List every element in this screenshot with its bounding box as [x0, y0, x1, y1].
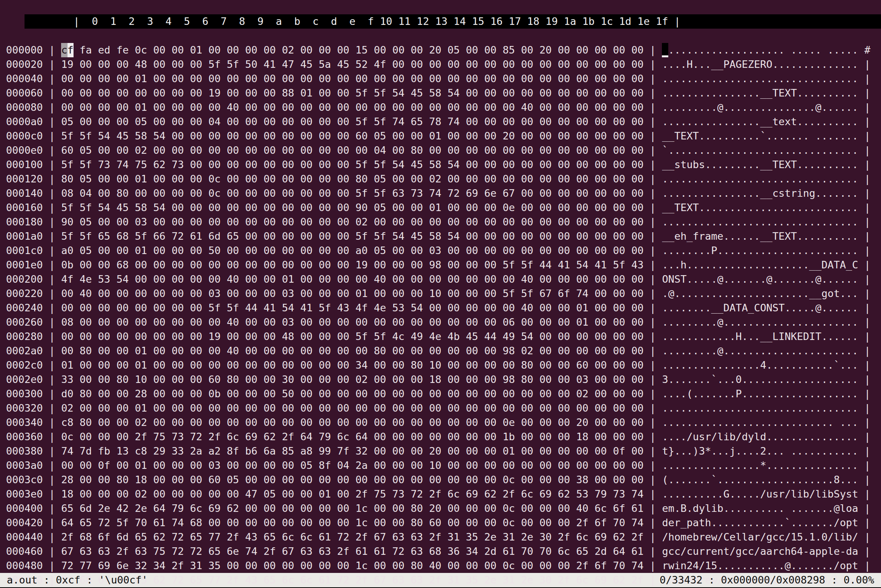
- hex-row: 000100 | 5f 5f 73 74 75 62 73 00 00 00 0…: [0, 158, 881, 172]
- hex-row: 000120 | 80 05 00 00 01 00 00 00 0c 00 0…: [0, 172, 881, 186]
- scrollbar-track: |: [864, 517, 870, 528]
- ascii-text: __stubs.........__TEXT..........: [662, 159, 858, 170]
- hex-bytes: 72 77 69 6e 32 34 2f 31 35 00 00 00 00 0…: [61, 560, 643, 571]
- hex-row: 0003a0 | 00 00 0f 00 01 00 00 00 03 00 0…: [0, 458, 881, 473]
- separator: |: [43, 445, 61, 457]
- separator: |: [43, 488, 61, 500]
- separator: |: [43, 316, 61, 328]
- hex-bytes: 00 80 00 00 01 00 00 00 00 40 00 00 00 0…: [61, 345, 643, 357]
- row-offset: 000480: [6, 560, 43, 571]
- hex-bytes: 33 00 00 80 10 00 00 00 60 80 00 00 30 0…: [61, 374, 643, 385]
- row-offset: 000360: [6, 431, 43, 443]
- ascii-text: ................4...........`...: [662, 359, 858, 371]
- separator: |: [644, 574, 662, 586]
- ascii-text: ............H...__LINKEDIT......: [662, 331, 858, 342]
- separator: |: [644, 58, 662, 70]
- hex-bytes: 01 00 00 00 01 00 00 00 00 00 00 00 00 0…: [61, 359, 643, 371]
- scrollbar-track: |: [864, 130, 870, 142]
- row-offset: 0002c0: [6, 359, 43, 371]
- separator: |: [644, 416, 662, 428]
- ascii-text: (.......`...................8...: [662, 474, 858, 485]
- separator: |: [644, 345, 662, 357]
- separator: |: [644, 359, 662, 371]
- scrollbar-track: |: [864, 73, 870, 84]
- ascii-text: .........@......................: [662, 316, 858, 328]
- scrollbar-thumb[interactable]: #: [864, 44, 870, 56]
- ascii-text: ................................: [662, 173, 858, 185]
- scrollbar-track: |: [864, 116, 870, 127]
- separator: |: [644, 101, 662, 113]
- ascii-text: ONST.....@.......@.......@......: [662, 273, 858, 285]
- scrollbar-track: |: [864, 273, 870, 285]
- hex-bytes: 74 7d fb 13 c8 29 33 2a a2 8f b6 6a 85 a…: [61, 445, 643, 457]
- hex-bytes: 65 6d 2e 42 2e 64 79 6c 69 62 00 00 00 0…: [61, 502, 643, 514]
- hex-bytes: 00 00 00 00 01 00 00 00 00 40 00 00 00 0…: [61, 101, 643, 113]
- hex-row: 000240 | 00 00 00 00 00 00 00 00 5f 5f 4…: [0, 301, 881, 315]
- hex-row: 0001c0 | a0 05 00 00 01 00 00 00 50 00 0…: [0, 243, 881, 258]
- hex-row: 000020 | 19 00 00 00 48 00 00 00 5f 5f 5…: [0, 57, 881, 72]
- scrollbar-track: |: [864, 502, 870, 514]
- row-offset: 000400: [6, 502, 43, 514]
- separator: |: [43, 359, 61, 371]
- row-offset: 0000a0: [6, 116, 43, 127]
- hex-row: 0000a0 | 05 00 00 00 05 00 00 00 04 00 0…: [0, 115, 881, 129]
- separator: |: [43, 144, 61, 156]
- scrollbar-track: |: [864, 402, 870, 414]
- ascii-text: .................... ..... .....: [662, 44, 858, 56]
- hex-bytes: 5f 5f 73 74 75 62 73 00 00 00 00 00 00 0…: [61, 159, 643, 170]
- hex-row: 000000 | cf fa ed fe 0c 00 00 01 00 00 0…: [0, 43, 881, 57]
- row-offset: 000100: [6, 159, 43, 170]
- separator: |: [644, 488, 662, 500]
- row-offset: 000340: [6, 416, 43, 428]
- separator: |: [644, 531, 662, 543]
- separator: |: [644, 116, 662, 127]
- column-header-text: | 0 1 2 3 4 5 6 7 8 9 a b c d e f 10 11 …: [31, 15, 881, 27]
- separator: |: [644, 245, 662, 256]
- separator: |: [43, 517, 61, 528]
- hex-row: 0002a0 | 00 80 00 00 01 00 00 00 00 40 0…: [0, 344, 881, 358]
- terminal-screen[interactable]: | 0 1 2 3 4 5 6 7 8 9 a b c d e f 10 11 …: [0, 0, 881, 573]
- separator: |: [644, 230, 662, 242]
- separator: |: [43, 187, 61, 199]
- scrollbar-track: |: [864, 159, 870, 170]
- separator: |: [43, 531, 61, 543]
- row-offset: 0000c0: [6, 130, 43, 142]
- separator: |: [644, 388, 662, 400]
- separator: |: [644, 259, 662, 271]
- separator: |: [43, 44, 61, 56]
- scrollbar-track: |: [864, 245, 870, 256]
- hex-row: 000420 | 64 65 72 5f 70 61 74 68 00 00 0…: [0, 516, 881, 530]
- hex-bytes: 5f 5f 65 68 5f 66 72 61 6d 65 00 00 00 0…: [61, 230, 643, 242]
- separator: |: [43, 216, 61, 228]
- hex-bytes: 90 05 00 00 03 00 00 00 00 00 00 00 00 0…: [61, 216, 643, 228]
- separator: |: [644, 474, 662, 485]
- row-offset: 000440: [6, 531, 43, 543]
- row-offset: 000220: [6, 288, 43, 299]
- hex-bytes: a0 05 00 00 01 00 00 00 50 00 00 00 00 0…: [61, 245, 643, 256]
- cursor-high-nibble[interactable]: c: [61, 43, 67, 57]
- separator: |: [43, 58, 61, 70]
- separator: |: [43, 331, 61, 342]
- cursor-low-nibble[interactable]: f: [68, 43, 74, 57]
- hex-row: 000160 | 5f 5f 54 45 58 54 00 00 00 00 0…: [0, 201, 881, 215]
- hex-row: 0003e0 | 18 00 00 00 02 00 00 00 00 00 4…: [0, 487, 881, 501]
- ascii-text: 3.......`...0...................: [662, 374, 858, 385]
- hex-bytes: 00 00 00 00 00 00 00 00 5f 5f 44 41 54 4…: [61, 302, 643, 314]
- row-offset: 0003a0: [6, 459, 43, 471]
- row-offset: 000200: [6, 273, 43, 285]
- scrollbar-track: |: [864, 560, 870, 571]
- separator: |: [644, 216, 662, 228]
- hex-row: 0002e0 | 33 00 00 80 10 00 00 00 60 80 0…: [0, 372, 881, 387]
- hex-bytes: d0 80 00 00 28 00 00 00 0b 00 00 00 50 0…: [61, 388, 643, 400]
- hex-row: 000180 | 90 05 00 00 03 00 00 00 00 00 0…: [0, 215, 881, 229]
- separator: |: [43, 259, 61, 271]
- ascii-cursor[interactable]: .: [662, 43, 668, 57]
- ascii-text: em.B.dylib.......... .......@loa: [662, 502, 858, 514]
- hex-row: 000400 | 65 6d 2e 42 2e 64 79 6c 69 62 0…: [0, 501, 881, 516]
- scrollbar-track: |: [864, 416, 870, 428]
- hex-bytes: 0b 00 00 68 00 00 00 00 00 00 00 00 00 0…: [61, 259, 643, 271]
- status-position: 0/33432 : 0x000000/0x008298 : 0.00%: [660, 573, 874, 587]
- row-offset: 000260: [6, 316, 43, 328]
- ascii-text: `...............................: [662, 144, 858, 156]
- ascii-text: ........__DATA_CONST.....@......: [662, 302, 858, 314]
